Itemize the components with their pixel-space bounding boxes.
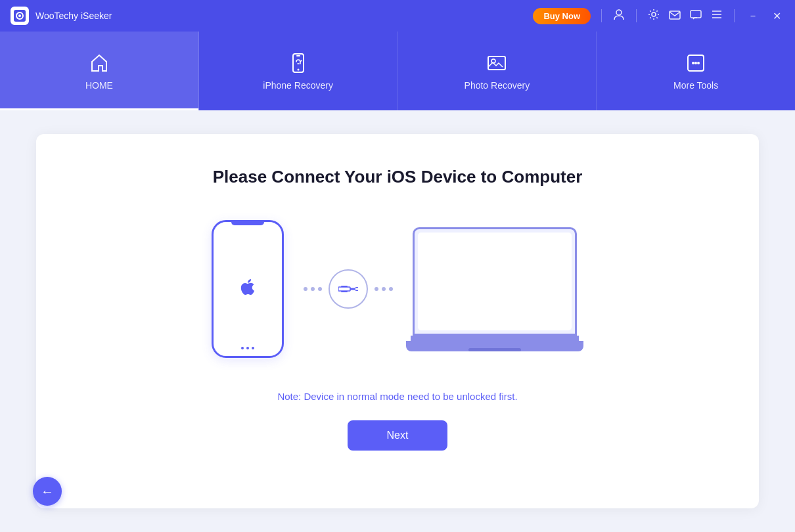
nav-photo-recovery[interactable]: Photo Recovery (398, 32, 597, 110)
connector-area (304, 269, 393, 309)
svg-point-13 (697, 62, 700, 64)
note-text: Note: Device in normal mode need to be u… (277, 391, 517, 402)
laptop-hinge (411, 336, 579, 341)
svg-rect-15 (338, 287, 350, 291)
photo-recovery-icon (485, 51, 509, 75)
laptop-illustration (413, 227, 583, 351)
titlebar-actions: Buy Now (533, 8, 784, 24)
minimize-button[interactable]: － (745, 9, 761, 23)
iphone-recovery-icon (286, 51, 310, 75)
connect-title: Please Connect Your iOS Device to Comput… (213, 167, 583, 187)
separator (601, 9, 602, 22)
svg-point-2 (18, 14, 21, 17)
svg-rect-5 (670, 11, 680, 19)
dots-right (375, 287, 393, 291)
content-card: Please Connect Your iOS Device to Comput… (36, 134, 759, 508)
phone-notch (231, 222, 264, 225)
svg-rect-16 (341, 286, 348, 287)
svg-rect-9 (488, 56, 505, 70)
svg-point-12 (692, 62, 694, 64)
svg-point-14 (694, 62, 697, 64)
separator2 (636, 9, 637, 22)
navbar: HOME iPhone Recovery Photo Recovery (0, 32, 795, 110)
back-button[interactable]: ← (33, 477, 62, 506)
more-tools-icon (684, 51, 708, 75)
home-icon (87, 51, 111, 75)
separator3 (734, 9, 735, 22)
dots-left (304, 287, 322, 291)
phone-dots (241, 347, 254, 349)
buy-now-button[interactable]: Buy Now (533, 8, 591, 24)
usb-connector (329, 269, 368, 309)
menu-icon[interactable] (710, 8, 723, 24)
laptop-screen-inner (418, 233, 572, 330)
nav-more-tools-label: More Tools (673, 80, 718, 91)
illustration (62, 220, 733, 358)
laptop-base (406, 341, 583, 351)
phone-body (212, 220, 284, 358)
svg-rect-17 (341, 291, 348, 292)
app-logo (11, 7, 29, 25)
nav-home-label: HOME (85, 80, 113, 91)
nav-iphone-recovery-label: iPhone Recovery (263, 80, 333, 91)
svg-point-4 (652, 12, 656, 16)
app-title: WooTechy iSeeker (35, 11, 533, 21)
phone-illustration (212, 220, 284, 358)
nav-home[interactable]: HOME (0, 32, 199, 110)
svg-point-8 (297, 69, 299, 71)
next-button[interactable]: Next (348, 420, 448, 451)
main-content: Please Connect Your iOS Device to Comput… (0, 110, 795, 532)
svg-rect-18 (350, 288, 355, 290)
nav-photo-recovery-label: Photo Recovery (465, 80, 530, 91)
chat-icon[interactable] (689, 8, 702, 24)
svg-rect-19 (355, 287, 358, 288)
settings-icon[interactable] (647, 8, 660, 24)
apple-icon (237, 277, 258, 302)
close-button[interactable]: ✕ (769, 10, 784, 22)
mail-icon[interactable] (668, 8, 681, 24)
titlebar: WooTechy iSeeker Buy Now (0, 0, 795, 32)
nav-more-tools[interactable]: More Tools (597, 32, 795, 110)
svg-point-3 (616, 10, 622, 15)
account-icon[interactable] (612, 8, 625, 24)
svg-rect-20 (355, 290, 358, 292)
laptop-screen (413, 227, 577, 336)
svg-rect-6 (691, 11, 701, 18)
nav-iphone-recovery[interactable]: iPhone Recovery (199, 32, 398, 110)
